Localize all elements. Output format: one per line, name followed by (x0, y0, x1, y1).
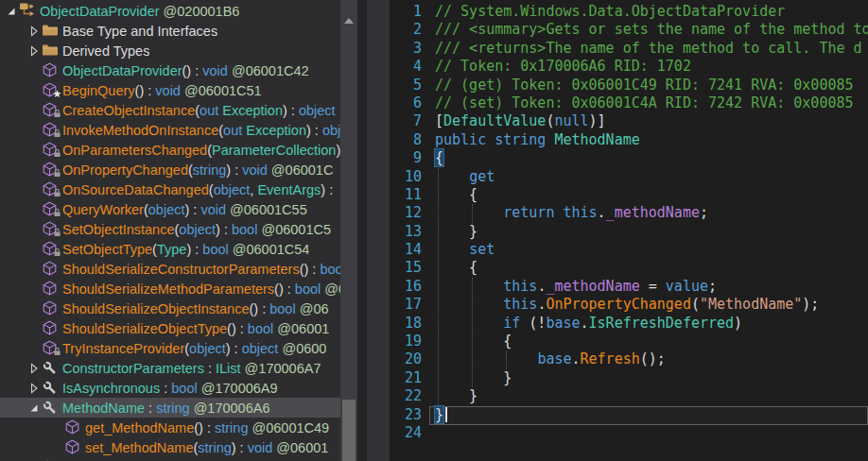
tree-item[interactable]: SetObjectType(Type) : bool @06001C54 (0, 239, 340, 259)
code-token: get_MethodName (85, 420, 194, 435)
panel-splitter[interactable] (357, 0, 367, 461)
lock-overlay-icon (53, 145, 61, 161)
code-line[interactable]: 11 { (367, 186, 868, 204)
code-line[interactable]: 15 { (367, 259, 868, 277)
code-token: object (299, 103, 336, 118)
line-number: 5 (390, 77, 422, 94)
tree-item-label: get_MethodName() : string @06001C49 (85, 420, 329, 435)
tree-item[interactable]: Derived Types (0, 41, 340, 60)
tree-item[interactable]: Base Type and Interfaces (0, 21, 340, 41)
tree-item[interactable]: ShouldSerializeConstructorParameters() :… (0, 259, 340, 279)
code-token: SetObjectType (62, 242, 152, 257)
lock-overlay-icon (53, 225, 61, 240)
code-line[interactable]: 20 base.Refresh(); (367, 350, 868, 368)
tree-item[interactable]: InvokeMethodOnInstance(out Exception) : … (0, 120, 340, 140)
expander-spacer (26, 182, 42, 197)
tree-item[interactable]: IsAsynchronous : bool @170006A9 (0, 378, 340, 398)
method-icon (42, 102, 62, 119)
code-line[interactable]: 6// (set) Token: 0x06001C4A RID: 7242 RV… (367, 94, 868, 112)
code-token: ) : (321, 182, 337, 197)
code-token (435, 241, 469, 258)
code-token: ) : (216, 222, 232, 237)
code-token: bool (232, 222, 257, 237)
tree-item[interactable]: BeginQuery() : void @06001C51 (0, 80, 340, 100)
code-line[interactable]: 21 } (367, 369, 868, 387)
tree-item-label: ShouldSerializeObjectInstance() : bool @… (62, 301, 329, 316)
code-token: Exception (218, 103, 283, 118)
tree-item[interactable]: ShouldSerializeObjectType() : bool @0600… (0, 318, 340, 338)
expander-closed-icon[interactable] (26, 361, 42, 376)
code-token: set (469, 241, 495, 258)
code-token: } (435, 406, 443, 423)
code-token: InvokeMethodOnInstance (62, 123, 218, 138)
scroll-up-arrow-icon[interactable] (344, 18, 354, 24)
code-line[interactable]: 9{ (367, 149, 868, 167)
expander-spacer (26, 242, 42, 257)
code-line[interactable]: 19 { (367, 333, 868, 350)
tree-item[interactable]: get_MethodName() : string @06001C49 (0, 418, 340, 437)
tree-item[interactable]: QueryWorker(object) : void @06001C55 (0, 199, 340, 219)
tree-rows: ObjectDataProvider @020001B6Base Type an… (0, 0, 340, 461)
code-line-content: /// <returns>The name of the method to c… (435, 40, 862, 58)
code-line[interactable]: 12 return this._methodName; (367, 204, 868, 222)
tree-item[interactable]: ShouldSerializeObjectInstance() : bool @… (0, 299, 340, 318)
method-icon (42, 122, 62, 139)
code-line[interactable]: 8public string MethodName (367, 131, 868, 149)
tree-item-label: ObjectDataProvider() : void @06001C42 (62, 63, 309, 78)
expander-closed-icon[interactable] (26, 24, 42, 39)
line-number: 12 (390, 204, 422, 222)
code-line[interactable]: 10 get (367, 168, 868, 186)
code-token: () : (274, 282, 295, 297)
code-line[interactable]: 24 (367, 424, 868, 442)
tree-scrollbar-thumb[interactable] (342, 400, 356, 461)
code-line[interactable]: 13 } (367, 223, 868, 241)
tree-item[interactable]: ObjectDataProvider @020001B6 (0, 1, 340, 21)
method-icon (64, 439, 85, 456)
tree-item[interactable]: set_MethodName(string) : void @06001 (0, 437, 340, 457)
tree-item[interactable]: OnSourceDataChanged(object, EventArgs) : (0, 179, 340, 199)
tree-item[interactable]: ConstructorParameters : IList @170006A7 (0, 358, 340, 378)
expander-closed-icon[interactable] (26, 43, 42, 59)
expander-closed-icon[interactable] (26, 381, 42, 396)
tree-item[interactable] (0, 457, 340, 461)
code-line-content: get (435, 168, 495, 186)
tree-item[interactable]: MethodName : string @170006A6 (0, 398, 340, 418)
code-line[interactable]: 22 } (367, 387, 868, 405)
tree-item-label: CreateObjectInstance(out Exception) : ob… (62, 103, 336, 118)
code-token: ConstructorParameters (62, 361, 204, 376)
code-token (435, 168, 469, 185)
code-line[interactable]: 23} (367, 406, 868, 424)
tree-item[interactable]: ObjectDataProvider() : void @06001C42 (0, 60, 340, 80)
code-line[interactable]: 14 set (367, 241, 868, 259)
code-line[interactable]: 5// (get) Token: 0x06001C49 RID: 7241 RV… (367, 77, 868, 94)
expander-spacer (26, 103, 42, 118)
code-token: get (469, 168, 495, 185)
tree-item[interactable]: OnParametersChanged(ParameterCollection)… (0, 140, 340, 160)
code-line[interactable]: 16 this._methodName = value; (367, 278, 868, 296)
code-line[interactable]: 2/// <summary>Gets or sets the name of t… (367, 21, 868, 39)
code-line[interactable]: 4// Token: 0x170006A6 RID: 1702 (367, 58, 868, 76)
code-line-content: [DefaultValue(null)] (435, 112, 606, 130)
code-editor-panel[interactable]: 1// System.Windows.Data.ObjectDataProvid… (367, 0, 868, 461)
code-line[interactable]: 1// System.Windows.Data.ObjectDataProvid… (367, 3, 868, 21)
code-token (435, 204, 503, 221)
lock-overlay-icon (53, 165, 61, 180)
expander-open-icon[interactable] (26, 401, 42, 416)
code-line[interactable]: 17 this.OnPropertyChanged("MethodName"); (367, 296, 868, 314)
code-token: object (242, 341, 279, 356)
tree-item[interactable]: OnPropertyChanged(string) : void @06001C (0, 160, 340, 179)
tree-item[interactable]: ShouldSerializeMethodParameters() : bool… (0, 279, 340, 299)
code-token: bool (248, 321, 273, 336)
code-token: object (214, 182, 251, 197)
tree-item[interactable]: CreateObjectInstance(out Exception) : ob… (0, 100, 340, 120)
code-line[interactable]: 7[DefaultValue(null)] (367, 112, 868, 130)
code-token: @0600 (278, 341, 326, 356)
tree-scrollbar[interactable] (340, 0, 357, 461)
code-line[interactable]: 18 if (!base.IsRefreshDeferred) (367, 315, 868, 333)
expander-spacer (26, 83, 42, 98)
code-token: { (435, 333, 512, 350)
tree-item[interactable]: TryInstanceProvider(object) : object @06… (0, 338, 340, 358)
code-line[interactable]: 3/// <returns>The name of the method to … (367, 40, 868, 58)
tree-item[interactable]: SetObjectInstance(object) : bool @06001C… (0, 219, 340, 239)
expander-open-icon[interactable] (4, 4, 19, 19)
